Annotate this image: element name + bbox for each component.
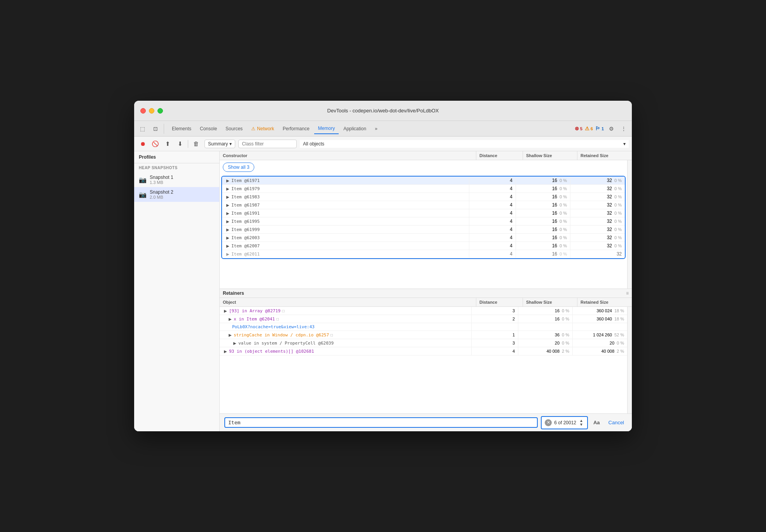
list-item[interactable]: ▶ x in Item @62041 □ 2 16 0 % 360 040 18… <box>220 315 627 323</box>
row-expander-icon: ▶ <box>223 308 228 313</box>
table-row[interactable]: ▶ Item @61995 4 16 0 % 32 0 % <box>222 217 625 226</box>
table-row[interactable]: ▶ Item @62003 4 16 0 % 32 0 % <box>222 234 625 242</box>
traffic-lights <box>140 108 163 114</box>
search-prev-button[interactable]: ▲ <box>579 419 584 423</box>
retained-cell: 32 0 % <box>570 209 625 217</box>
table-row[interactable]: ▶ Item @61999 4 16 0 % 32 0 % <box>222 226 625 234</box>
tab-network[interactable]: ⚠ Network <box>247 123 278 134</box>
delete-btn[interactable]: 🗑 <box>191 138 201 149</box>
list-item[interactable]: ▶ [93] in Array @82719 □ 3 16 0 % 360 02… <box>220 307 627 315</box>
distance-cell: 2 <box>472 315 518 323</box>
upload-btn[interactable]: ⬆ <box>162 138 173 149</box>
search-cancel-button[interactable]: Cancel <box>605 418 627 427</box>
search-bar: ✕ 6 of 20012 ▲ ▼ Aa Cancel <box>220 413 632 431</box>
constructor-cell: ▶ Item @62007 <box>222 242 469 250</box>
record-btn[interactable]: ⏺ <box>137 138 148 149</box>
tab-sources[interactable]: Sources <box>222 123 247 134</box>
show-all-button[interactable]: Show all 3 <box>223 163 254 172</box>
retained-cell: 32 0 % <box>570 242 625 250</box>
distance-cell: 4 <box>469 217 516 225</box>
minimize-button[interactable] <box>149 108 154 114</box>
settings-icon-btn[interactable]: ⚙ <box>606 124 616 134</box>
shallow-cell: 16 0 % <box>518 307 573 315</box>
device-icon-btn[interactable]: ⊡ <box>150 124 161 134</box>
all-objects-dropdown[interactable]: All objects ▾ <box>300 140 629 148</box>
shallow-cell: 16 0 % <box>516 226 570 233</box>
table-row[interactable]: ▶ Item @61987 4 16 0 % 32 0 % <box>222 201 625 209</box>
error-count: ⊗ 5 <box>575 126 582 131</box>
retainers-inner: ▶ [93] in Array @82719 □ 3 16 0 % 360 02… <box>220 307 632 413</box>
class-filter-input[interactable] <box>238 140 297 148</box>
source-link[interactable]: PoLb0X?nocache=true&view=live:43 <box>232 324 315 329</box>
shallow-cell: 16 0 % <box>516 185 570 192</box>
distance-cell: 4 <box>469 226 516 233</box>
shallow-cell: 40 008 2 % <box>518 347 573 355</box>
search-next-button[interactable]: ▼ <box>579 423 584 427</box>
search-input[interactable] <box>228 420 534 425</box>
table-row[interactable]: ▶ Item @62011 4 16 0 % 32 <box>222 250 625 258</box>
table-row[interactable]: ▶ Item @61979 4 16 0 % 32 0 % <box>222 185 625 193</box>
object-cell: PoLb0X?nocache=true&view=live:43 <box>220 323 472 331</box>
constructor-cell: ▶ Item @61987 <box>222 201 469 209</box>
retained-cell: 32 0 % <box>570 177 625 184</box>
constructor-section: Constructor Distance Shallow Size Retain… <box>220 151 632 289</box>
main-content: Profiles HEAP SNAPSHOTS 📷 Snapshot 1 1.3… <box>134 151 632 431</box>
table-row[interactable]: ▶ Item @61971 4 16 0 % 32 0 % <box>222 177 625 185</box>
shallow-cell: 16 0 % <box>516 217 570 225</box>
tab-icon-group: ⬚ ⊡ <box>137 124 164 134</box>
tab-console[interactable]: Console <box>196 123 221 134</box>
ret-retained-col-header: Retained Size <box>577 298 632 306</box>
table-area: Constructor Distance Shallow Size Retain… <box>220 151 632 431</box>
list-item[interactable]: ▶ 93 in (object elements)[] @102681 4 40… <box>220 347 627 355</box>
distance-cell: 3 <box>472 339 518 347</box>
match-case-button[interactable]: Aa <box>591 418 602 427</box>
toolbar-separator <box>188 140 188 148</box>
warning-count: ⚠ 6 <box>585 126 593 131</box>
tab-application[interactable]: Application <box>339 123 370 134</box>
chevron-down-icon: ▾ <box>229 141 232 147</box>
search-count: 6 of 20012 <box>554 420 576 425</box>
table-row[interactable]: ▶ Item @61983 4 16 0 % 32 0 % <box>222 193 625 201</box>
table-row[interactable]: ▶ Item @62007 4 16 0 % 32 0 % <box>222 242 625 250</box>
inspector-icon-btn[interactable]: ⬚ <box>137 124 147 134</box>
close-button[interactable] <box>140 108 146 114</box>
distance-cell: 4 <box>469 201 516 209</box>
clear-btn[interactable]: 🚫 <box>150 138 161 149</box>
retainers-scrollbar-stub: ≡ <box>626 290 629 296</box>
tab-more[interactable]: » <box>371 123 381 134</box>
row-expander-icon: ▶ <box>225 243 231 248</box>
retained-cell: 20 0 % <box>573 339 627 347</box>
download-btn[interactable]: ⬇ <box>175 138 185 149</box>
shallow-cell: 16 0 % <box>516 234 570 242</box>
maximize-button[interactable] <box>157 108 163 114</box>
distance-cell: 3 <box>472 307 518 315</box>
list-item[interactable]: ▶ stringCache in Window / cdpn.io @6257 … <box>220 331 627 339</box>
retainers-scrollbar[interactable] <box>627 307 632 413</box>
distance-cell: 4 <box>469 209 516 217</box>
tab-memory[interactable]: Memory <box>314 123 339 134</box>
constructor-cell: ▶ Item @61991 <box>222 209 469 217</box>
sidebar-profiles-header: Profiles <box>134 151 219 163</box>
retained-cell: 32 0 % <box>570 234 625 242</box>
search-clear-button[interactable]: ✕ <box>545 419 552 426</box>
constructor-scrollbar[interactable] <box>627 160 632 289</box>
more-options-btn[interactable]: ⋮ <box>619 124 629 134</box>
sidebar-item-snapshot1[interactable]: 📷 Snapshot 1 1.3 MB <box>134 172 219 187</box>
search-input-wrapper <box>224 417 538 428</box>
ret-distance-col-header: Distance <box>476 298 523 306</box>
devtools-window: DevTools - codepen.io/web-dot-dev/live/P… <box>134 101 632 431</box>
list-item[interactable]: ▶ value in system / PropertyCell @62039 … <box>220 339 627 347</box>
constructor-col-header: Constructor <box>220 151 476 160</box>
table-row[interactable]: ▶ Item @61991 4 16 0 % 32 0 % <box>222 209 625 217</box>
row-expander-icon: ▶ <box>225 178 231 183</box>
row-expander-icon: ▶ <box>227 332 233 338</box>
retained-cell: 32 0 % <box>570 185 625 192</box>
object-col-header: Object <box>220 298 476 306</box>
list-item[interactable]: PoLb0X?nocache=true&view=live:43 <box>220 323 627 331</box>
tab-performance[interactable]: Performance <box>279 123 313 134</box>
tab-elements[interactable]: Elements <box>168 123 195 134</box>
retained-cell: 32 0 % <box>570 201 625 209</box>
distance-cell: 4 <box>469 185 516 192</box>
summary-dropdown[interactable]: Summary ▾ <box>205 140 235 148</box>
sidebar-item-snapshot2[interactable]: 📷 Snapshot 2 2.0 MB <box>134 187 219 202</box>
